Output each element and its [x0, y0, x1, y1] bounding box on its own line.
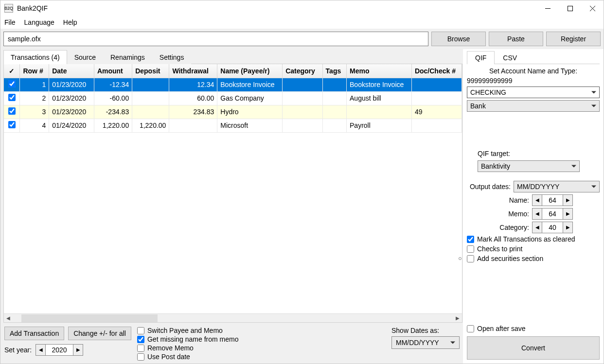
cell-rownum[interactable]: 3: [20, 105, 49, 119]
name-dec-button[interactable]: ◀: [533, 195, 542, 206]
cell-amount[interactable]: -12.34: [94, 78, 132, 91]
cell-rownum[interactable]: 1: [20, 78, 49, 91]
cell-rownum[interactable]: 4: [20, 119, 49, 132]
column-header[interactable]: Doc/Check #: [411, 64, 462, 78]
menu-help[interactable]: Help: [63, 18, 77, 26]
cell-withdrawal[interactable]: 60.00: [169, 91, 217, 105]
cell-date[interactable]: 01/24/2020: [49, 119, 94, 132]
table-row[interactable]: 401/24/20201,220.001,220.00MicrosoftPayr…: [4, 119, 462, 132]
column-header[interactable]: Date: [49, 64, 94, 78]
table-row[interactable]: 101/23/2020-12.3412.34Bookstore InvoiceB…: [4, 78, 462, 91]
close-button[interactable]: [581, 0, 604, 16]
cat-inc-button[interactable]: ▶: [563, 222, 572, 233]
cell-amount[interactable]: -234.83: [94, 105, 132, 119]
cell-withdrawal[interactable]: 12.34: [169, 78, 217, 91]
cell-doc[interactable]: [411, 91, 462, 105]
cell-date[interactable]: 01/23/2020: [49, 105, 94, 119]
tab-source[interactable]: Source: [67, 50, 103, 64]
account-name-input[interactable]: CHECKING: [467, 87, 600, 98]
column-header[interactable]: Category: [283, 64, 322, 78]
cell-doc[interactable]: [411, 78, 462, 91]
cell-tags[interactable]: [322, 91, 346, 105]
scroll-right-icon[interactable]: ▶: [453, 314, 462, 323]
browse-button[interactable]: Browse: [431, 32, 486, 46]
add-transaction-button[interactable]: Add Transaction: [4, 327, 64, 340]
maximize-button[interactable]: [559, 0, 581, 16]
cell-memo[interactable]: [347, 105, 412, 119]
cell-amount[interactable]: -60.00: [94, 91, 132, 105]
cell-name[interactable]: Microsoft: [217, 119, 283, 132]
column-header[interactable]: Tags: [322, 64, 346, 78]
cell-memo[interactable]: Bookstore Invoice: [347, 78, 412, 91]
tab-transactions[interactable]: Transactions (4): [3, 50, 67, 64]
column-header[interactable]: Memo: [347, 64, 412, 78]
column-header[interactable]: Deposit: [132, 64, 169, 78]
memo-dec-button[interactable]: ◀: [533, 208, 542, 219]
mark-cleared-checkbox[interactable]: Mark All Transactions as cleared: [467, 235, 600, 243]
scroll-thumb[interactable]: [21, 314, 158, 322]
year-increment-button[interactable]: ▶: [73, 345, 83, 355]
use-post-date-checkbox[interactable]: Use Post date: [137, 353, 239, 361]
row-checkbox[interactable]: [4, 119, 20, 132]
scroll-left-icon[interactable]: ◀: [4, 314, 13, 323]
horizontal-scrollbar[interactable]: ◀ ▶: [4, 313, 462, 322]
cell-date[interactable]: 01/23/2020: [49, 91, 94, 105]
change-sign-button[interactable]: Change +/- for all: [68, 327, 131, 340]
row-checkbox[interactable]: [4, 105, 20, 119]
tab-qif[interactable]: QIF: [467, 51, 495, 64]
cell-category[interactable]: [283, 91, 322, 105]
tab-renamings[interactable]: Renamings: [103, 50, 152, 64]
column-header[interactable]: Amount: [94, 64, 132, 78]
switch-payee-memo-checkbox[interactable]: Switch Payee and Memo: [137, 327, 239, 334]
name-inc-button[interactable]: ▶: [563, 195, 572, 206]
convert-button[interactable]: Convert: [467, 336, 600, 360]
row-checkbox[interactable]: [4, 91, 20, 105]
cell-rownum[interactable]: 2: [20, 91, 49, 105]
remove-memo-checkbox[interactable]: Remove Memo: [137, 344, 239, 352]
cell-name[interactable]: Bookstore Invoice: [217, 78, 283, 91]
minimize-button[interactable]: [536, 0, 559, 16]
file-path-input[interactable]: [3, 32, 428, 46]
tab-csv[interactable]: CSV: [495, 51, 525, 64]
qif-target-select[interactable]: Banktivity: [478, 160, 580, 172]
cell-tags[interactable]: [322, 78, 346, 91]
cat-dec-button[interactable]: ◀: [533, 222, 542, 233]
cell-doc[interactable]: [411, 119, 462, 132]
cell-category[interactable]: [283, 105, 322, 119]
row-checkbox[interactable]: [4, 78, 20, 91]
memo-length-spinner[interactable]: ◀ 64 ▶: [532, 208, 573, 220]
output-dates-select[interactable]: MM/DD'YYYY: [514, 181, 600, 192]
column-header[interactable]: Withdrawal: [169, 64, 217, 78]
menu-language[interactable]: Language: [24, 18, 54, 26]
cell-memo[interactable]: Payroll: [347, 119, 412, 132]
cell-tags[interactable]: [322, 119, 346, 132]
cell-withdrawal[interactable]: [169, 119, 217, 132]
cell-memo[interactable]: August bill: [347, 91, 412, 105]
menu-file[interactable]: File: [4, 18, 16, 26]
cell-tags[interactable]: [322, 105, 346, 119]
column-header[interactable]: Row #: [20, 64, 49, 78]
cell-name[interactable]: Hydro: [217, 105, 283, 119]
memo-inc-button[interactable]: ▶: [563, 208, 572, 219]
cell-deposit[interactable]: [132, 91, 169, 105]
year-decrement-button[interactable]: ◀: [36, 345, 46, 355]
open-after-save-checkbox[interactable]: Open after save: [467, 325, 600, 332]
category-length-spinner[interactable]: ◀ 40 ▶: [532, 222, 573, 233]
show-dates-select[interactable]: MM/DD/YYYY: [391, 336, 460, 349]
cell-category[interactable]: [283, 119, 322, 132]
paste-button[interactable]: Paste: [489, 32, 543, 46]
account-type-select[interactable]: Bank: [467, 100, 600, 112]
cell-amount[interactable]: 1,220.00: [94, 119, 132, 132]
cell-date[interactable]: 01/23/2020: [49, 78, 94, 91]
name-length-spinner[interactable]: ◀ 64 ▶: [532, 194, 573, 206]
cell-withdrawal[interactable]: 234.83: [169, 105, 217, 119]
column-header[interactable]: Name (Payee/r): [217, 64, 283, 78]
cell-doc[interactable]: 49: [411, 105, 462, 119]
register-button[interactable]: Register: [546, 32, 601, 46]
cell-category[interactable]: [283, 78, 322, 91]
cell-deposit[interactable]: 1,220.00: [132, 119, 169, 132]
cell-name[interactable]: Gas Company: [217, 91, 283, 105]
checks-to-print-checkbox[interactable]: Checks to print: [467, 245, 600, 253]
table-row[interactable]: 301/23/2020-234.83234.83Hydro49: [4, 105, 462, 119]
pane-resize-handle[interactable]: [459, 257, 462, 260]
